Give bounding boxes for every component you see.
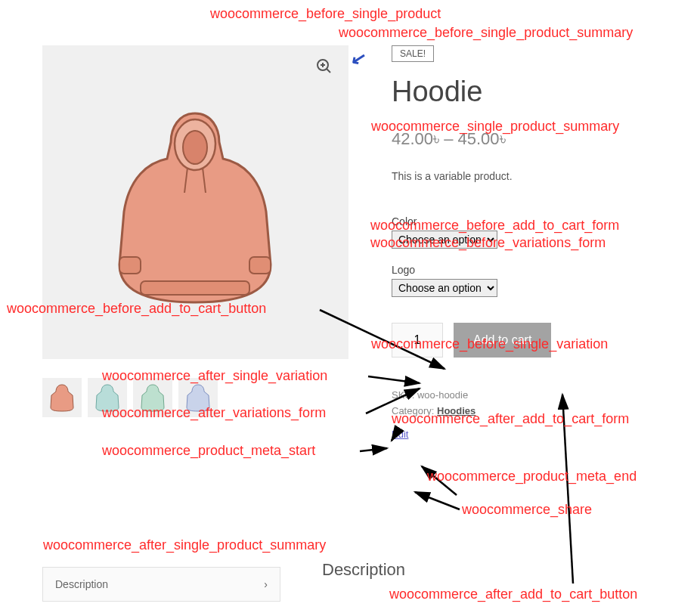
hook-product-meta-end: woocommerce_product_meta_end [427,469,637,484]
hook-before-add-to-cart-form: woocommerce_before_add_to_cart_form [370,218,619,234]
logo-select[interactable]: Choose an option [392,279,497,297]
product-title: Hoodie [392,76,664,108]
svg-rect-16 [119,257,141,274]
hook-after-single-variation: woocommerce_after_single_variation [102,368,327,384]
tabs-list: Description › [42,567,280,602]
thumbnail-1[interactable] [42,378,82,417]
chevron-right-icon: › [264,578,268,590]
svg-line-4 [360,448,387,451]
hook-after-single-product-summary: woocommerce_after_single_product_summary [43,537,326,553]
sku-label: SKU: [392,389,414,401]
zoom-icon[interactable] [315,57,336,79]
edit-link[interactable]: Edit [392,429,408,440]
hook-after-add-to-cart-button: woocommerce_after_add_to_cart_button [389,587,637,602]
hook-after-variations-form: woocommerce_after_variations_form [102,405,326,421]
hook-before-add-to-cart-button: woocommerce_before_add_to_cart_button [7,301,266,317]
short-description: This is a variable product. [392,170,664,182]
hook-before-single-product-summary: woocommerce_before_single_product_summar… [339,25,633,41]
sku-row: SKU: woo-hoodie [392,389,664,401]
product-gallery [42,45,348,417]
svg-rect-15 [141,281,249,295]
logo-label: Logo [392,264,664,276]
svg-rect-17 [249,257,271,274]
hook-before-single-product: woocommerce_before_single_product [210,6,441,22]
hoodie-illustration [103,106,288,310]
arrow-indicator-icon: ↙ [348,46,367,70]
hook-before-variations-form: woocommerce_before_variations_form [370,235,606,251]
hook-share: woocommerce_share [462,502,592,518]
svg-line-9 [327,69,330,73]
tab-label: Description [55,578,108,590]
sale-badge: SALE! [392,45,434,62]
svg-line-6 [415,492,460,509]
hook-after-add-to-cart-form: woocommerce_after_add_to_cart_form [392,411,629,427]
tab-panel-heading: Description [322,560,405,580]
tab-description[interactable]: Description › [42,567,280,602]
svg-point-12 [183,131,207,164]
hook-product-meta-start: woocommerce_product_meta_start [102,443,315,459]
variation-logo: Logo Choose an option [392,264,664,297]
hook-before-single-variation: woocommerce_before_single_variation [371,336,608,352]
sku-value: woo-hoodie [417,389,468,401]
hook-single-product-summary: woocommerce_single_product_summary [371,119,619,135]
